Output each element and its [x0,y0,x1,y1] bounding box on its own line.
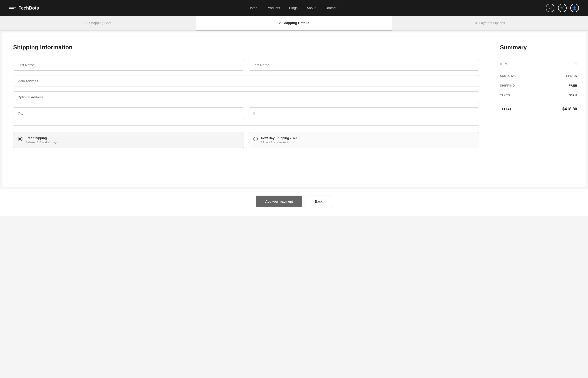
last-name-input[interactable] [248,59,480,71]
bottom-actions: Add your payment Back [0,189,588,216]
step-1-label: Shopping Cart [89,21,111,25]
step-3-label: Payment Options [479,21,505,25]
subtotal-value: $349.00 [566,74,577,78]
nav-item-about[interactable]: About [307,6,315,10]
step-2-number: 2. [279,21,282,25]
summary-panel: Summary ITEMS 1 SUBTOTAL $349.00 SHIPPIN… [491,32,586,187]
next-day-shipping-radio[interactable] [253,137,258,141]
step-2-label: Shipping Details [283,21,309,25]
optional-address-input[interactable] [13,91,479,103]
name-row [13,59,479,71]
step-1-number: 1. [85,21,88,25]
free-shipping-text: Free Shipping Between 2-5 working days [26,136,58,144]
city-group [13,108,244,119]
free-shipping-option[interactable]: Free Shipping Between 2-5 working days [13,132,244,148]
step-3-number: 3. [475,21,478,25]
next-day-shipping-text: Next Day Shipping - $20 24 hour from che… [261,136,297,144]
wishlist-button[interactable]: ♡ [546,4,554,12]
total-row: TOTAL $418.80 [500,102,577,116]
last-name-group [248,59,480,71]
add-payment-button[interactable]: Add your payment [256,196,302,207]
main-content: Shipping Information [2,32,586,187]
city-input[interactable] [13,108,244,119]
nav-item-products[interactable]: Products [267,6,280,10]
main-address-input[interactable] [13,75,479,87]
form-divider [13,125,479,126]
total-value: $418.80 [562,107,577,111]
nav-menu: Home Products Blogs About Contact [248,6,337,10]
brand-name: TechBots [19,5,39,11]
nav-item-blogs[interactable]: Blogs [289,6,298,10]
user-button[interactable]: 👤 [570,4,579,12]
nav-item-home[interactable]: Home [248,6,257,10]
summary-title: Summary [500,44,577,51]
items-row: ITEMS 1 [500,59,577,69]
shipping-options: Free Shipping Between 2-5 working days N… [13,132,479,148]
subtotal-label: SUBTOTAL [500,74,516,78]
next-day-shipping-subtitle: 24 hour from checkout [261,141,297,144]
next-day-shipping-option[interactable]: Next Day Shipping - $20 24 hour from che… [248,132,480,148]
next-day-shipping-title: Next Day Shipping - $20 [261,136,297,140]
first-name-input[interactable] [13,59,244,71]
optional-address-group [13,91,479,103]
shipping-value: FREE [569,84,577,87]
zip-group [248,108,480,119]
taxes-row: TAXES $69.8 [500,90,577,100]
summary-divider-2 [500,101,577,101]
brand-icon [9,5,16,11]
zip-input[interactable] [248,108,480,119]
subtotal-row: SUBTOTAL $349.00 [500,71,577,81]
items-label: ITEMS [500,62,510,66]
user-icon: 👤 [573,6,576,10]
cart-icon: 🛒 [560,6,564,10]
shipping-row: SHIPPING FREE [500,81,577,90]
cart-button[interactable]: 🛒 [558,4,567,12]
shipping-form-title: Shipping Information [13,44,479,51]
summary-divider-1 [500,70,577,70]
navbar-actions: ♡ 🛒 👤 [546,4,579,12]
free-shipping-radio[interactable] [18,137,23,141]
nav-item-contact[interactable]: Contact [325,6,337,10]
taxes-value: $69.8 [569,94,577,97]
city-zip-row [13,108,479,119]
items-value: 1 [575,62,577,66]
taxes-label: TAXES [500,94,510,97]
brand-logo[interactable]: TechBots [9,5,39,11]
step-shipping-details[interactable]: 2. Shipping Details [196,16,392,30]
first-name-group [13,59,244,71]
free-shipping-subtitle: Between 2-5 working days [26,141,58,144]
navbar: TechBots Home Products Blogs About Conta… [0,0,588,16]
heart-icon: ♡ [549,6,552,10]
main-address-row [13,75,479,87]
shipping-label: SHIPPING [500,84,515,87]
shipping-panel: Shipping Information [2,32,491,187]
step-payment-options[interactable]: 3. Payment Options [392,16,588,30]
total-label: TOTAL [500,107,512,111]
main-address-group [13,75,479,87]
checkout-steps: 1. Shopping Cart 2. Shipping Details 3. … [0,16,588,31]
back-button[interactable]: Back [306,196,332,207]
step-shopping-cart[interactable]: 1. Shopping Cart [0,16,196,30]
optional-address-row [13,91,479,103]
free-shipping-title: Free Shipping [26,136,58,140]
